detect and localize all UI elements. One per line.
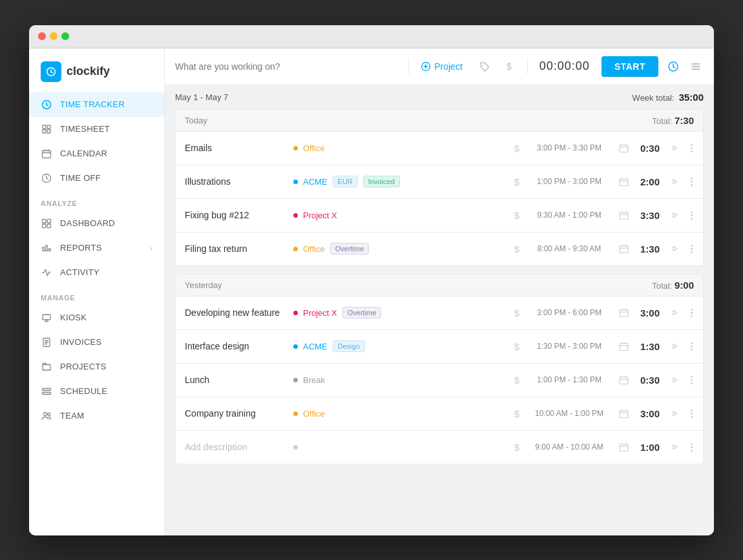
sidebar-item-timesheet[interactable]: TIMESHEET [29,117,164,141]
more-button[interactable] [689,141,694,155]
calendar-icon[interactable] [616,409,631,419]
sidebar-item-reports[interactable]: REPORTS › [29,236,164,260]
billable-icon[interactable]: $ [512,176,522,187]
search-input[interactable] [175,61,402,72]
calendar-icon[interactable] [616,342,631,351]
calendar-icon[interactable] [616,442,631,452]
billable-icon[interactable]: $ [512,442,522,453]
sidebar-item-timesheet-label: TIMESHEET [60,124,110,134]
clock-icon [41,99,52,110]
svg-rect-3 [43,130,46,133]
play-button[interactable] [665,141,684,155]
billable-button[interactable]: $ [501,59,521,74]
more-button[interactable] [689,242,694,256]
billable-icon[interactable]: $ [512,408,522,419]
play-button[interactable] [665,242,684,256]
play-button[interactable] [665,174,684,189]
sidebar-item-kiosk[interactable]: KIOSK [29,306,164,330]
more-button[interactable] [689,441,694,454]
svg-rect-21 [620,145,628,152]
logo-icon [41,61,61,82]
billable-icon[interactable]: $ [512,244,522,254]
close-button[interactable] [38,32,46,40]
sidebar-item-team[interactable]: TEAM [29,404,164,428]
group-today: Today Total: 7:30 Emails Office $ 3:00 P… [175,109,704,266]
logo-text: clockify [67,65,110,78]
sidebar-item-invoices[interactable]: INVOICES [29,330,164,355]
play-button[interactable] [665,339,684,353]
sidebar-item-activity[interactable]: ACTIVITY [29,260,164,285]
more-options-button[interactable] [688,59,704,74]
manual-mode-button[interactable] [665,58,682,75]
svg-rect-22 [620,178,628,185]
billable-icon[interactable]: $ [512,375,522,386]
entry-project: ACME [303,342,328,351]
sidebar-item-schedule[interactable]: SCHEDULE [29,379,164,404]
sidebar-item-time-off[interactable]: TIME OFF [29,166,164,191]
team-icon [41,410,52,422]
calendar-icon[interactable] [616,375,631,385]
entry-duration: 1:00 [636,442,660,453]
tag-button[interactable] [474,59,495,74]
minimize-button[interactable] [50,32,58,40]
billable-icon[interactable]: $ [512,143,522,154]
svg-text:$: $ [507,61,512,72]
sidebar-item-projects[interactable]: PROJECTS [29,355,164,379]
project-dot [293,213,298,218]
badge-eur: EUR [333,176,358,187]
entry-project: Office [303,409,325,419]
more-button[interactable] [689,306,694,320]
dashboard-icon [41,218,52,229]
more-button[interactable] [689,340,694,353]
group-header: Today Total: 7:30 [175,109,704,132]
billable-icon[interactable]: $ [512,341,522,352]
more-button[interactable] [689,407,694,420]
project-button[interactable]: Project [415,59,468,74]
projects-icon [41,361,52,373]
table-row: Interface design ACME Design $ 1:30 PM -… [175,330,704,364]
dot [691,315,693,317]
play-button[interactable] [665,373,684,387]
dot [691,346,693,347]
dot [691,147,693,149]
play-button[interactable] [665,406,684,420]
dot [691,218,693,220]
table-row: Add description $ 9:00 AM - 10:00 AM 1:0… [175,431,704,464]
more-button[interactable] [689,373,694,387]
dot [691,248,693,250]
billable-icon[interactable]: $ [512,307,522,318]
reports-chevron: › [150,244,152,252]
entry-duration: 2:00 [636,176,660,187]
dot [691,382,693,384]
entry-duration: 3:00 [636,307,660,318]
entry-description: Filing tax return [185,244,288,254]
play-button[interactable] [665,208,684,222]
timer-display: 00:00:00 [534,59,595,73]
more-button[interactable] [689,209,694,222]
dot [691,312,693,314]
calendar-icon[interactable] [616,211,631,220]
play-button[interactable] [665,306,684,320]
entry-duration: 3:30 [636,210,660,221]
entry-time-range: 1:00 PM - 3:00 PM [527,177,611,186]
calendar-icon[interactable] [616,244,631,254]
traffic-lights [38,32,69,40]
sidebar-item-dashboard[interactable]: DASHBOARD [29,211,164,236]
more-button[interactable] [689,175,694,189]
svg-rect-7 [43,219,47,223]
billable-icon[interactable]: $ [512,210,522,221]
sidebar-item-time-off-label: TIME OFF [60,173,101,183]
calendar-icon[interactable] [616,143,631,153]
play-button[interactable] [665,440,684,454]
calendar-icon[interactable] [616,177,631,187]
sidebar-item-time-tracker[interactable]: TIME TRACKER [29,92,164,117]
maximize-button[interactable] [61,32,69,40]
calendar-icon[interactable] [616,308,631,318]
project-dot [293,247,298,251]
sidebar-item-calendar[interactable]: CALENDAR [29,141,164,166]
dot [691,349,693,351]
start-button[interactable]: START [602,56,658,77]
svg-rect-23 [620,212,628,219]
dot [691,416,693,418]
sidebar-item-team-label: TEAM [60,411,84,420]
